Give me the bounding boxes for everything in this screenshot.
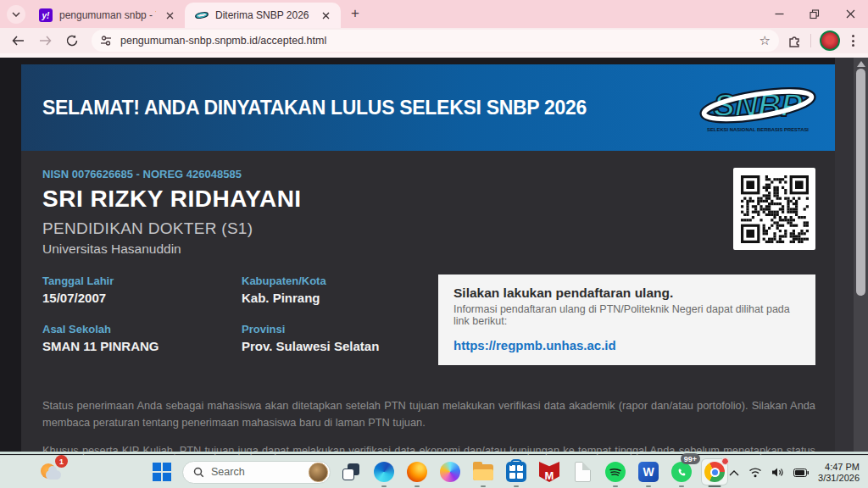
taskbar-notepad[interactable]	[570, 459, 595, 485]
screen: y! pengumuman snbp - Yahoo Se Diterima S…	[0, 0, 868, 488]
system-tray: 4:47 PM 3/31/2026	[729, 456, 860, 488]
tray-time: 4:47 PM	[818, 462, 860, 473]
close-button[interactable]	[832, 0, 868, 28]
taskbar-spotify[interactable]	[603, 459, 628, 485]
snbp-favicon-icon	[195, 8, 209, 22]
extensions-icon[interactable]	[787, 34, 802, 48]
minimize-button[interactable]	[761, 0, 797, 28]
window-controls	[761, 0, 868, 28]
search-highlight-image[interactable]	[309, 463, 328, 482]
result-body: NISN 0076626685 - NOREG 426048585 SRI RI…	[21, 151, 835, 475]
word-icon: W	[638, 462, 659, 482]
result-card: SELAMAT! ANDA DINYATAKAN LULUS SELEKSI S…	[21, 64, 835, 452]
url-text[interactable]: pengumuman-snbp.snpmb.id/accepted.html	[120, 35, 751, 47]
scrollbar[interactable]	[854, 58, 868, 452]
notification-badge: 1	[55, 455, 68, 468]
detail-birthdate: Tanggal Lahir 15/07/2007	[42, 274, 242, 305]
taskbar-search[interactable]: Search	[182, 461, 331, 484]
reregistration-info-box: Silakan lakukan pendaftaran ulang. Infor…	[438, 274, 815, 365]
ms-store-icon	[506, 462, 526, 482]
taskbar: 1 Search	[0, 455, 868, 488]
chrome-profile-dot	[721, 458, 729, 465]
whatsapp-badge: 99+	[681, 453, 700, 464]
file-explorer-icon	[473, 464, 493, 480]
tab-search-button[interactable]	[7, 5, 25, 24]
search-icon	[193, 467, 204, 478]
task-view-icon	[342, 463, 359, 480]
task-view-button[interactable]	[338, 459, 364, 485]
profile-avatar[interactable]	[820, 30, 840, 51]
taskbar-ms-store[interactable]	[504, 459, 529, 485]
volume-icon[interactable]	[771, 467, 784, 478]
tab-close-icon[interactable]	[163, 8, 176, 22]
snbp-logo-icon: SNBP SELEKSI NASIONAL BERBASIS PRESTASI	[699, 79, 816, 136]
page-viewport: SELAMAT! ANDA DINYATAKAN LULUS SELEKSI S…	[0, 58, 868, 454]
detail-regency: Kabupaten/Kota Kab. Pinrang	[242, 274, 438, 305]
tab-diterima-snbp[interactable]: Diterima SNBP 2026	[185, 3, 341, 28]
study-program: PENDIDIKAN DOKTER (S1)	[42, 219, 733, 238]
detail-province: Provinsi Prov. Sulawesi Selatan	[242, 323, 438, 353]
battery-icon[interactable]	[793, 469, 809, 477]
widgets-weather-icon[interactable]: 1	[39, 458, 64, 484]
search-placeholder: Search	[211, 466, 302, 478]
student-block: NISN 0076626685 - NOREG 426048585 SRI RI…	[42, 168, 733, 257]
clock[interactable]: 4:47 PM 3/31/2026	[818, 462, 860, 484]
student-ids: NISN 0076626685 - NOREG 426048585	[42, 168, 733, 180]
bookmark-star-icon[interactable]: ☆	[760, 33, 771, 48]
forward-button[interactable]	[34, 30, 56, 52]
student-name: SRI RIZKY RIDHAYANI	[42, 186, 733, 213]
congrats-title: SELAMAT! ANDA DINYATAKAN LULUS SELEKSI S…	[42, 97, 699, 119]
tray-chevron-icon[interactable]	[729, 469, 739, 476]
info-title: Silakan lakukan pendaftaran ulang.	[453, 286, 800, 301]
info-subtitle: Informasi pendaftaran ulang di PTN/Polit…	[453, 303, 800, 327]
taskbar-mcafee[interactable]: M	[537, 459, 562, 485]
taskbar-file-explorer[interactable]	[470, 459, 496, 485]
university-name: Universitas Hasanuddin	[42, 241, 733, 257]
tab-title: Diterima SNBP 2026	[215, 9, 312, 21]
notepad-icon	[575, 462, 591, 482]
reload-button[interactable]	[61, 30, 83, 52]
detail-school: Asal Sekolah SMAN 11 PINRANG	[42, 323, 242, 353]
chrome-icon	[704, 462, 725, 482]
edge-icon	[374, 462, 394, 482]
whatsapp-icon	[671, 462, 692, 482]
wifi-icon[interactable]	[748, 467, 762, 478]
registration-link[interactable]: https://regpmb.unhas.ac.id	[453, 338, 616, 352]
tab-yahoo-search[interactable]: y! pengumuman snbp - Yahoo Se	[29, 3, 185, 28]
tab-title: pengumuman snbp - Yahoo Se	[59, 9, 156, 21]
taskbar-firefox[interactable]	[404, 459, 430, 485]
restore-button[interactable]	[797, 0, 832, 28]
new-tab-button[interactable]: +	[344, 3, 366, 25]
address-bar[interactable]: pengumuman-snbp.snpmb.id/accepted.html ☆	[92, 30, 779, 52]
toolbar-actions	[787, 30, 861, 51]
yahoo-favicon-icon: y!	[39, 8, 53, 22]
svg-text:SELEKSI NASIONAL BERBASIS PRES: SELEKSI NASIONAL BERBASIS PRESTASI	[707, 127, 809, 132]
mcafee-icon: M	[539, 462, 559, 482]
spotify-icon	[605, 462, 626, 482]
scroll-gutter	[835, 58, 868, 452]
back-button[interactable]	[7, 30, 29, 52]
tray-date: 3/31/2026	[818, 473, 860, 484]
taskbar-chrome[interactable]	[702, 459, 727, 485]
tab-close-icon[interactable]	[319, 8, 332, 22]
windows-logo-icon	[153, 463, 171, 481]
taskbar-edge[interactable]	[371, 459, 397, 485]
browser-menu-button[interactable]	[849, 31, 858, 50]
chevron-down-icon	[12, 12, 20, 17]
taskbar-whatsapp[interactable]: 99+	[669, 459, 694, 485]
taskbar-copilot[interactable]	[437, 459, 463, 485]
firefox-icon	[407, 462, 427, 482]
tab-strip: y! pengumuman snbp - Yahoo Se Diterima S…	[0, 0, 868, 28]
student-details: Tanggal Lahir 15/07/2007 Kabupaten/Kota …	[42, 274, 438, 353]
site-settings-icon[interactable]	[100, 36, 112, 46]
copilot-icon	[440, 462, 460, 482]
scrollbar-thumb[interactable]	[856, 69, 865, 296]
qr-code	[733, 168, 815, 250]
taskbar-word[interactable]: W	[636, 459, 661, 485]
result-header: SELAMAT! ANDA DINYATAKAN LULUS SELEKSI S…	[21, 64, 835, 151]
start-button[interactable]	[149, 459, 175, 485]
scroll-up-icon[interactable]	[857, 61, 865, 67]
toolbar-divider	[810, 34, 811, 47]
note-verification: Status penerimaan Anda sebagai mahasiswa…	[42, 397, 815, 431]
browser-toolbar: pengumuman-snbp.snpmb.id/accepted.html ☆	[0, 28, 868, 53]
